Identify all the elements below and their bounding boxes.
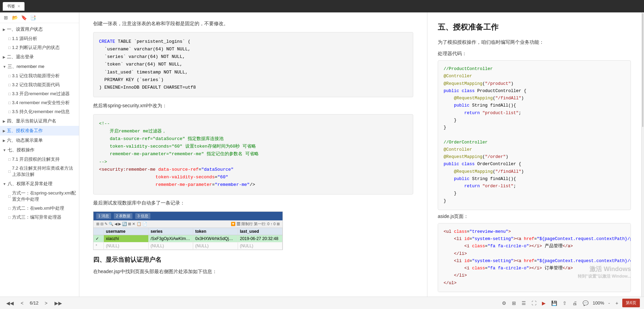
section-3-label: 三、remember me: [8, 63, 44, 70]
sidebar-section-7[interactable]: ▼ 七、授权操作: [0, 145, 79, 155]
view-icon[interactable]: ☰: [520, 300, 527, 307]
db-tab-info[interactable]: 3 信息: [135, 213, 150, 219]
item-8-1-label: 方式一：在spring-security.xml配置文件中处理: [12, 190, 76, 202]
table-row-1[interactable]: ✓ xiaozhí /SxF3gOpXiAwKImtpW8MpQ== 0x3HX…: [93, 235, 283, 242]
first-page-button[interactable]: ◀◀: [4, 300, 16, 307]
sidebar-item-7-2[interactable]: □ 7.2 在注解支持对应类或者方法上添加注解: [0, 164, 79, 179]
next-page-button[interactable]: >: [43, 300, 50, 307]
page-icon: □: [8, 157, 11, 161]
null-series: (NULL): [149, 242, 194, 249]
save-icon[interactable]: 💾: [550, 300, 558, 307]
page-info: 6/12: [30, 300, 38, 306]
zoom-increase-button[interactable]: +: [614, 300, 620, 307]
close-icon[interactable]: ✕: [17, 4, 20, 9]
sidebar-section-4[interactable]: ▶ 四、显示当前认证用户名: [0, 116, 79, 126]
sidebar-section-6[interactable]: ▶ 六、动态展示菜单: [0, 136, 79, 145]
play-icon[interactable]: ▶: [541, 300, 547, 307]
prev-page-button[interactable]: <: [19, 300, 26, 307]
null-check: *: [93, 242, 104, 249]
item-7-2-label: 7.2 在注解支持对应类或者方法上添加注解: [12, 165, 76, 178]
layout-icon[interactable]: ⊞: [511, 300, 517, 307]
col-username: username: [104, 228, 149, 235]
sidebar-item-3-2[interactable]: □ 3.2 记住我功能页面代码: [0, 80, 79, 89]
sidebar-section-8[interactable]: ▼ 八、权限不足异常处理: [0, 179, 79, 189]
row1-token: 0x3HXW4rhkSdQjSnOeZc+A==: [193, 235, 238, 242]
bookmark-add-icon[interactable]: 📑: [30, 14, 36, 21]
print-icon[interactable]: 🖨: [571, 300, 578, 307]
db-tab-messages[interactable]: 1 消息: [96, 213, 111, 219]
section-6-label: 六、动态展示菜单: [7, 137, 43, 143]
text-3: 最后测试发现数据库中自动多了一条记录：: [93, 199, 413, 207]
sidebar-item-3-4[interactable]: □ 3.4 remember me安全性分析: [0, 98, 79, 107]
collapse-icon-7: ▼: [3, 148, 6, 152]
page-icon: □: [8, 215, 11, 219]
collapse-icon-3: ▼: [3, 65, 6, 69]
export-icon[interactable]: ⇧: [561, 300, 568, 307]
row1-check: ✓: [93, 235, 104, 242]
section-5-heading: 五、授权准备工作: [438, 22, 631, 32]
zoom-level: 100%: [593, 300, 604, 306]
section-2-label: 二、退出登录: [7, 54, 34, 60]
processor-label: 处理器代码：: [438, 51, 631, 57]
null-last-used: (NULL): [238, 242, 283, 249]
code-block-java: //ProductController @Controller @Request…: [438, 60, 631, 210]
zoom-decrease-button[interactable]: -: [607, 300, 611, 307]
sidebar-item-1-2[interactable]: □ 1.2 判断认证用户的状态: [0, 43, 79, 52]
section-5-text: 为了模拟授权操作，咱们临时编写两个业务功能：: [438, 38, 631, 47]
tab-bar: 书签 ✕: [0, 0, 644, 12]
page-icon: □: [8, 169, 11, 173]
page-icon: □: [8, 206, 11, 210]
text-2: 然后将spring-security.xml中改为：: [93, 101, 413, 110]
page-icon: □: [8, 37, 11, 41]
col-check: [93, 228, 104, 235]
sidebar-item-1-1[interactable]: □ 1.1 源码分析: [0, 34, 79, 43]
collapse-icon-6: ▶: [3, 139, 6, 142]
row1-series: /SxF3gOpXiAwKImtpW8MpQ==: [149, 235, 194, 242]
item-3-1-label: 3.1 记住我功能原理分析: [12, 73, 60, 79]
comment-icon[interactable]: 💬: [581, 300, 590, 307]
collapse-icon-4: ▶: [3, 119, 6, 123]
code-block-xml: <!-- 开启remember me过滤器， data-source-ref="…: [93, 114, 413, 195]
sidebar-section-3[interactable]: ▼ 三、remember me: [0, 62, 79, 71]
db-table-header: username series token last_used: [93, 228, 283, 235]
page-icon: □: [8, 74, 11, 78]
page-icon: □: [8, 46, 11, 50]
page-icon: □: [8, 110, 11, 114]
item-1-1-label: 1.1 源码分析: [12, 36, 38, 42]
intro-text: 创建一张表，注意这张表的名称和字段都是固定的，不要修改。: [93, 19, 413, 28]
open-icon[interactable]: 📂: [12, 14, 18, 21]
db-tab-tabledata[interactable]: 2 表数据: [114, 213, 132, 219]
bookmark-icon[interactable]: 🔖: [21, 14, 27, 21]
db-icon-bar: ⊞ ⊟ ✎ 🔍 ◀ ▶ 🔄 ⊠ ✕ 📋 📄 🔽 ☰ 限制行 第一行: 0 ↑ 0…: [93, 220, 283, 228]
new-tab-icon[interactable]: ⊞: [3, 14, 9, 21]
row1-last-used: 2019-06-27 20:32:48: [238, 235, 283, 242]
item-1-2-label: 1.2 判断认证用户的状态: [12, 44, 60, 51]
table-row-null: * (NULL) (NULL) (NULL) (NULL): [93, 242, 283, 250]
content-area: 创建一张表，注意这张表的名称和字段都是固定的，不要修改。 CREATE TABL…: [79, 12, 644, 297]
sidebar-item-3-1[interactable]: □ 3.1 记住我功能原理分析: [0, 71, 79, 80]
last-page-button[interactable]: ▶▶: [52, 300, 64, 307]
page-number-button[interactable]: 第6页: [622, 299, 640, 307]
code-block-html: <ul class="treeview-menu"> <li id="syste…: [438, 223, 631, 292]
settings-icon[interactable]: ⚙: [501, 300, 508, 307]
right-scrollbar[interactable]: [641, 12, 644, 297]
fullscreen-icon[interactable]: ⛶: [530, 300, 538, 307]
sidebar-section-5[interactable]: ▶ 五、授权准备工作: [0, 126, 79, 136]
sidebar-content: ▶ 一、设置用户状态 □ 1.1 源码分析 □ 1.2 判断认证用户的状态 ▶ …: [0, 23, 79, 297]
tab-bookmarks[interactable]: 书签 ✕: [3, 2, 24, 11]
sidebar-section-1[interactable]: ▶ 一、设置用户状态: [0, 24, 79, 34]
page-icon: □: [8, 101, 11, 105]
sidebar-item-8-1[interactable]: □ 方式一：在spring-security.xml配置文件中处理: [0, 189, 79, 204]
sidebar-item-3-3[interactable]: □ 3.3 开启remember me过滤器: [0, 89, 79, 98]
sidebar: ⊞ 📂 🔖 📑 ▶ 一、设置用户状态 □ 1.1 源码分析 □ 1.2 判断认证…: [0, 12, 79, 297]
col-token: token: [193, 228, 238, 235]
sidebar-item-8-3[interactable]: □ 方式三：编写异常处理器: [0, 213, 79, 222]
sidebar-section-2[interactable]: ▶ 二、退出登录: [0, 52, 79, 62]
item-8-2-label: 方式二：在web.xml中处理: [12, 205, 65, 211]
sidebar-item-7-1[interactable]: □ 7.1 开启授权的注解支持: [0, 155, 79, 164]
sidebar-toolbar: ⊞ 📂 🔖 📑: [0, 12, 79, 23]
db-toolbar: 1 消息 2 表数据 3 信息: [93, 212, 283, 220]
sidebar-item-3-5[interactable]: □ 3.5 持久化remember me信息: [0, 107, 79, 116]
section-4-text: 在header.jsp中找到页面头部最右侧图片处添加如下信息：: [93, 267, 413, 276]
sidebar-item-8-2[interactable]: □ 方式二：在web.xml中处理: [0, 204, 79, 213]
